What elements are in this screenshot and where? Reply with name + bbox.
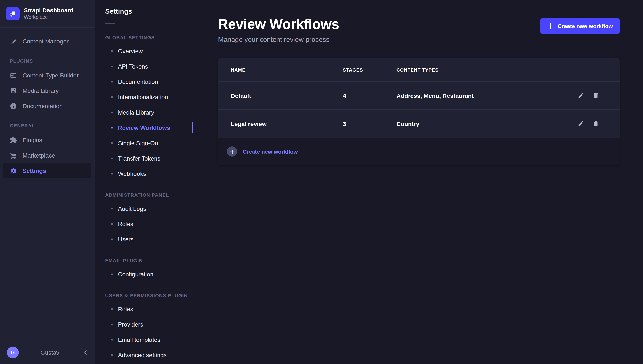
nav-section-general: GENERAL <box>10 123 91 128</box>
subnav-item-label: Audit Logs <box>118 205 146 212</box>
workflow-content-types: Address, Menu, Restaurant <box>396 92 560 99</box>
subnav-item-label: Review Workflows <box>118 124 170 131</box>
bullet-icon <box>111 308 113 310</box>
subnav-item-transfer-tokens[interactable]: Transfer Tokens <box>95 151 193 166</box>
content-manager-icon <box>9 37 18 46</box>
bullet-icon <box>111 223 113 225</box>
media-library-icon <box>9 86 18 95</box>
user-section: G Gustav <box>0 340 94 364</box>
subnav-item-label: Configuration <box>118 271 154 278</box>
bullet-icon <box>111 208 113 210</box>
subnav-item-label: Transfer Tokens <box>118 155 160 162</box>
subnav-item-advanced-settings[interactable]: Advanced settings <box>95 348 193 363</box>
strapi-logo-icon <box>6 7 20 20</box>
subnav-item-label: Providers <box>118 321 143 328</box>
table-row[interactable]: Legal review 3 Country <box>218 110 620 138</box>
active-indicator <box>192 122 193 133</box>
table-row[interactable]: Default 4 Address, Menu, Restaurant <box>218 81 620 110</box>
nav-item-plugins[interactable]: Plugins <box>4 132 91 148</box>
page-title: Review Workflows <box>218 16 339 32</box>
subnav-item-internationalization[interactable]: Internationalization <box>95 90 193 105</box>
edit-workflow-button[interactable] <box>578 120 584 127</box>
subnav-item-audit-logs[interactable]: Audit Logs <box>95 201 193 216</box>
plus-icon <box>547 22 554 30</box>
subnav-item-label: Roles <box>118 306 133 312</box>
nav-item-label: Media Library <box>22 87 59 94</box>
subnav-item-label: Email templates <box>118 336 160 343</box>
trash-icon <box>592 120 599 127</box>
nav-item-label: Content Manager <box>22 38 68 45</box>
column-header-content-types: CONTENT TYPES <box>396 67 560 72</box>
subnav-section-administration-panel: ADMINISTRATION PANEL <box>105 192 193 198</box>
subnav-item-webhooks[interactable]: Webhooks <box>95 166 193 181</box>
delete-workflow-button[interactable] <box>592 92 599 99</box>
subnav-item-roles[interactable]: Roles <box>95 216 193 232</box>
settings-icon <box>9 166 18 175</box>
bullet-icon <box>111 339 113 340</box>
main-content: Review Workflows Manage your content rev… <box>193 0 643 364</box>
collapse-nav-button[interactable] <box>81 346 90 358</box>
table-header-row: NAME STAGES CONTENT TYPES <box>218 58 620 81</box>
row-actions <box>560 120 620 127</box>
brand-text: Strapi Dashboard Workplace <box>24 7 74 20</box>
pencil-icon <box>578 92 584 99</box>
page-subtitle: Manage your content review process <box>218 36 339 44</box>
main-nav-items: Content Manager PLUGINS Content-Type Bui… <box>0 28 94 340</box>
plus-circle-icon <box>227 146 237 157</box>
subnav-item-single-sign-on[interactable]: Single Sign-On <box>95 136 193 151</box>
bullet-icon <box>111 66 113 67</box>
bullet-icon <box>111 127 113 128</box>
nav-item-marketplace[interactable]: Marketplace <box>4 148 91 163</box>
bullet-icon <box>111 112 113 113</box>
bullet-icon <box>111 173 113 174</box>
nav-item-media-library[interactable]: Media Library <box>4 83 91 98</box>
user-avatar[interactable]: G <box>7 346 19 358</box>
page-header-text: Review Workflows Manage your content rev… <box>218 16 339 44</box>
column-header-name: NAME <box>231 67 343 72</box>
nav-item-documentation[interactable]: Documentation <box>4 98 91 114</box>
subnav-item-users[interactable]: Users <box>95 232 193 247</box>
workflow-stages: 4 <box>343 92 396 99</box>
workflows-table-card: NAME STAGES CONTENT TYPES Default 4 Addr… <box>218 58 620 165</box>
workflow-content-types: Country <box>396 120 560 127</box>
subnav-item-label: Internationalization <box>118 94 168 100</box>
subnav-item-label: Advanced settings <box>118 352 167 358</box>
nav-item-label: Settings <box>22 167 46 174</box>
subnav-item-review-workflows[interactable]: Review Workflows <box>95 120 193 136</box>
subnav-item-configuration[interactable]: Configuration <box>95 266 193 282</box>
subnav-item-media-library[interactable]: Media Library <box>95 105 193 120</box>
subnav-item-label: Media Library <box>118 109 154 116</box>
nav-item-content-type-builder[interactable]: Content-Type Builder <box>4 68 91 83</box>
subnav-item-label: Single Sign-On <box>118 140 158 146</box>
bullet-icon <box>111 324 113 325</box>
subnav-item-label: Users <box>118 236 134 243</box>
subnav-item-up-roles[interactable]: Roles <box>95 302 193 317</box>
app-title: Strapi Dashboard <box>24 7 74 14</box>
bullet-icon <box>111 50 113 52</box>
subnav-item-overview[interactable]: Overview <box>95 44 193 59</box>
subnav-item-api-tokens[interactable]: API Tokens <box>95 59 193 74</box>
create-workflow-footer-button[interactable]: Create new workflow <box>218 138 620 165</box>
subnav-section-global-settings: GLOBAL SETTINGS <box>105 35 193 40</box>
create-workflow-button[interactable]: Create new workflow <box>540 18 620 34</box>
trash-icon <box>592 92 599 99</box>
edit-workflow-button[interactable] <box>578 92 584 99</box>
footer-button-label: Create new workflow <box>243 148 298 155</box>
nav-item-label: Content-Type Builder <box>22 72 78 79</box>
subnav-item-label: Webhooks <box>118 170 146 177</box>
delete-workflow-button[interactable] <box>592 120 599 127</box>
subnav-item-providers[interactable]: Providers <box>95 317 193 332</box>
nav-item-settings[interactable]: Settings <box>4 163 91 178</box>
strapi-admin-app: Strapi Dashboard Workplace Content Manag… <box>0 0 643 364</box>
brand[interactable]: Strapi Dashboard Workplace <box>0 0 94 28</box>
bullet-icon <box>111 354 113 356</box>
bullet-icon <box>111 273 113 275</box>
bullet-icon <box>111 158 113 159</box>
subnav-title: Settings <box>105 8 193 15</box>
subnav-item-email-templates[interactable]: Email templates <box>95 332 193 348</box>
subnav-item-documentation[interactable]: Documentation <box>95 74 193 90</box>
subnav-item-label: Overview <box>118 48 143 54</box>
nav-item-content-manager[interactable]: Content Manager <box>4 34 91 49</box>
subnav-divider <box>105 23 116 24</box>
marketplace-icon <box>9 151 18 160</box>
